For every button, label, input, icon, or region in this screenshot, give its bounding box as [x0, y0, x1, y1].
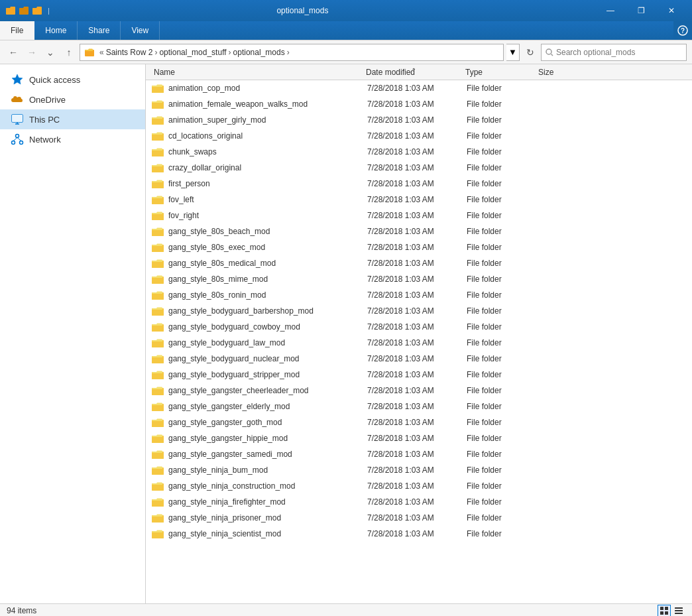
minimize-button[interactable]: —: [595, 0, 626, 21]
table-row[interactable]: gang_style_ninja_prisoner_mod 7/28/2018 …: [146, 510, 692, 526]
table-row[interactable]: gang_style_80s_ronin_mod 7/28/2018 1:03 …: [146, 287, 692, 303]
tab-home[interactable]: Home: [34, 21, 78, 40]
table-row[interactable]: gang_style_gangster_hippie_mod 7/28/2018…: [146, 430, 692, 446]
table-row[interactable]: gang_style_ninja_construction_mod 7/28/2…: [146, 478, 692, 494]
table-row[interactable]: gang_style_gangster_samedi_mod 7/28/2018…: [146, 446, 692, 462]
file-type: File folder: [467, 386, 540, 395]
sidebar-item-onedrive[interactable]: OneDrive: [0, 90, 145, 109]
tab-file[interactable]: File: [0, 21, 34, 40]
table-row[interactable]: gang_style_gangster_cheerleader_mod 7/28…: [146, 383, 692, 399]
file-type: File folder: [467, 84, 540, 93]
back-button[interactable]: ←: [5, 44, 21, 60]
svg-rect-43: [152, 278, 164, 284]
star-icon: [11, 73, 24, 86]
file-type: File folder: [467, 450, 540, 459]
file-date: 7/28/2018 1:03 AM: [367, 481, 467, 491]
file-type: File folder: [467, 290, 540, 300]
table-row[interactable]: gang_style_80s_beach_mod 7/28/2018 1:03 …: [146, 223, 692, 239]
file-date: 7/28/2018 1:03 AM: [367, 99, 467, 109]
address-path[interactable]: « Saints Row 2 › optional_mod_stuff › op…: [80, 44, 504, 61]
sidebar-item-this-pc[interactable]: This PC: [0, 109, 145, 129]
folder-icon: [151, 463, 164, 477]
tab-view[interactable]: View: [121, 21, 160, 40]
col-header-size[interactable]: Size: [536, 68, 589, 77]
table-row[interactable]: gang_style_ninja_bum_mod 7/28/2018 1:03 …: [146, 462, 692, 478]
table-row[interactable]: gang_style_gangster_elderly_mod 7/28/201…: [146, 399, 692, 414]
recent-button[interactable]: ⌄: [42, 44, 58, 60]
table-row[interactable]: gang_style_ninja_firefighter_mod 7/28/20…: [146, 494, 692, 510]
table-row[interactable]: fov_right 7/28/2018 1:03 AM File folder: [146, 208, 692, 223]
file-date: 7/28/2018 1:03 AM: [367, 322, 467, 332]
sidebar-item-network[interactable]: Network: [0, 129, 145, 149]
path-saints-row: Saints Row 2: [106, 48, 153, 57]
svg-line-7: [551, 54, 553, 56]
file-date: 7/28/2018 1:03 AM: [367, 243, 467, 252]
svg-rect-21: [152, 103, 164, 109]
file-name: gang_style_80s_exec_mod: [168, 243, 367, 252]
table-row[interactable]: gang_style_80s_medical_mod 7/28/2018 1:0…: [146, 255, 692, 271]
file-type: File folder: [467, 338, 540, 347]
file-type: File folder: [467, 163, 540, 172]
view-list-button[interactable]: [672, 605, 685, 617]
table-row[interactable]: cd_locations_original 7/28/2018 1:03 AM …: [146, 128, 692, 144]
table-row[interactable]: crazy_dollar_original 7/28/2018 1:03 AM …: [146, 160, 692, 176]
restore-button[interactable]: ❐: [626, 0, 656, 21]
table-row[interactable]: chunk_swaps 7/28/2018 1:03 AM File folde…: [146, 144, 692, 160]
help-button[interactable]: ?: [673, 21, 692, 40]
table-row[interactable]: gang_style_bodyguard_nuclear_mod 7/28/20…: [146, 351, 692, 367]
file-type: File folder: [467, 227, 540, 236]
column-headers: ⌃ Name Date modified Type Size: [146, 64, 692, 80]
table-row[interactable]: gang_style_gangster_goth_mod 7/28/2018 1…: [146, 414, 692, 430]
table-row[interactable]: gang_style_bodyguard_stripper_mod 7/28/2…: [146, 367, 692, 383]
table-row[interactable]: gang_style_ninja_scientist_mod 7/28/2018…: [146, 526, 692, 542]
svg-rect-75: [152, 532, 164, 538]
refresh-button[interactable]: ↻: [522, 44, 538, 60]
cloud-icon: [11, 93, 24, 106]
table-row[interactable]: animation_female_weapon_walks_mod 7/28/2…: [146, 96, 692, 112]
table-row[interactable]: gang_style_bodyguard_barbershop_mod 7/28…: [146, 303, 692, 319]
table-row[interactable]: gang_style_bodyguard_law_mod 7/28/2018 1…: [146, 335, 692, 351]
folder-icon: [151, 352, 164, 365]
table-row[interactable]: first_person 7/28/2018 1:03 AM File fold…: [146, 176, 692, 192]
title-bar: | optional_mods — ❐ ✕: [0, 0, 692, 21]
table-row[interactable]: gang_style_80s_exec_mod 7/28/2018 1:03 A…: [146, 239, 692, 255]
file-name: chunk_swaps: [168, 147, 367, 156]
folder-icon: [151, 161, 164, 174]
folder-icon: [151, 257, 164, 270]
search-input[interactable]: [556, 48, 682, 57]
col-header-name[interactable]: Name: [151, 68, 363, 77]
file-name: gang_style_ninja_bum_mod: [168, 465, 367, 475]
svg-rect-77: [665, 607, 668, 610]
file-type: File folder: [467, 497, 540, 507]
tab-share[interactable]: Share: [78, 21, 121, 40]
col-header-type[interactable]: Type: [463, 68, 536, 77]
file-name: gang_style_bodyguard_barbershop_mod: [168, 306, 367, 316]
address-bar: ← → ⌄ ↑ « Saints Row 2 › optional_mod_st…: [0, 40, 692, 64]
file-list[interactable]: animation_cop_mod 7/28/2018 1:03 AM File…: [146, 80, 692, 603]
file-type: File folder: [467, 322, 540, 332]
file-type: File folder: [467, 513, 540, 523]
close-button[interactable]: ✕: [656, 0, 687, 21]
folder-icon: [151, 511, 164, 524]
file-type: File folder: [467, 259, 540, 268]
table-row[interactable]: fov_left 7/28/2018 1:03 AM File folder: [146, 192, 692, 208]
table-row[interactable]: gang_style_80s_mime_mod 7/28/2018 1:03 A…: [146, 271, 692, 287]
table-row[interactable]: gang_style_bodyguard_cowboy_mod 7/28/201…: [146, 319, 692, 335]
sidebar-item-quick-access[interactable]: Quick access: [0, 70, 145, 90]
folder-icon: [151, 273, 164, 286]
address-dropdown-button[interactable]: ▼: [506, 44, 520, 61]
search-box: [541, 44, 687, 61]
svg-rect-25: [152, 135, 164, 141]
table-row[interactable]: animation_cop_mod 7/28/2018 1:03 AM File…: [146, 80, 692, 96]
svg-rect-53: [152, 357, 164, 363]
forward-button[interactable]: →: [24, 44, 40, 60]
view-details-button[interactable]: [658, 605, 671, 617]
svg-rect-41: [152, 262, 164, 268]
up-button[interactable]: ↑: [61, 44, 77, 60]
table-row[interactable]: animation_super_girly_mod 7/28/2018 1:03…: [146, 112, 692, 128]
folder-icon: [151, 448, 164, 461]
file-type: File folder: [467, 179, 540, 188]
folder-icon: [151, 432, 164, 445]
svg-rect-37: [152, 230, 164, 236]
path-optional-mod-stuff: optional_mod_stuff: [159, 48, 226, 57]
